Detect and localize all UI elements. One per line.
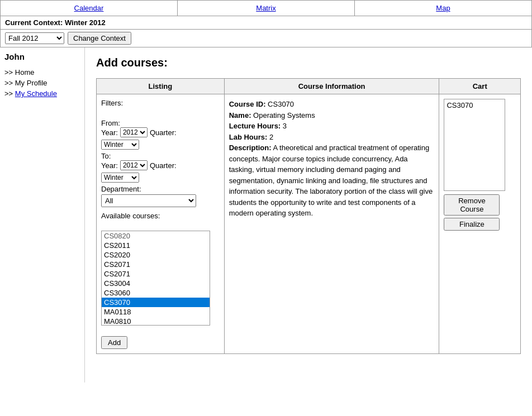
list-item[interactable]: CS2020 xyxy=(102,250,210,260)
courses-table: Listing Course Information Cart Filters:… xyxy=(96,78,521,354)
list-item[interactable]: CS3004 xyxy=(102,279,210,288)
to-year-label: Year: xyxy=(101,161,118,170)
cart-buttons: Remove Course Finalize xyxy=(444,194,516,231)
filters-label: Filters: xyxy=(101,99,220,107)
to-quarter-select[interactable]: WinterFallSpringSummer xyxy=(101,173,139,183)
change-context-button[interactable]: Change Context xyxy=(68,32,131,45)
remove-course-button[interactable]: Remove Course xyxy=(444,194,500,216)
context-controls: Fall 2012 Winter 2012 Spring 2012 Summer… xyxy=(0,29,532,47)
main-layout: John >> Home >> My Profile >> My Schedul… xyxy=(0,47,532,382)
nav-calendar[interactable]: Calendar xyxy=(1,1,178,16)
available-label: Available courses: xyxy=(101,212,220,220)
list-item[interactable]: MA0810 xyxy=(102,317,210,326)
course-id-label: Course ID: xyxy=(229,100,266,108)
filters-section: Filters: From: Year: 201220112013 Quarte… xyxy=(101,99,220,207)
to-year-select[interactable]: 201220112013 xyxy=(120,160,148,170)
from-quarter-select[interactable]: WinterFallSpringSummer xyxy=(101,140,139,150)
from-row: Year: 201220112013 Quarter: xyxy=(101,127,220,137)
content-area: Add courses: Listing Course Information … xyxy=(85,47,532,382)
list-item[interactable]: MA0118 xyxy=(102,307,210,317)
list-item[interactable]: CS2011 xyxy=(102,241,210,250)
desc-label: Description: xyxy=(229,144,272,152)
col-course-info: Course Information xyxy=(224,79,439,94)
dept-select[interactable]: AllCSMAEE xyxy=(101,194,196,207)
home-link-row: >> Home xyxy=(4,68,80,76)
cart-item[interactable]: CS3070 xyxy=(445,101,504,110)
course-info: Course ID: CS3070 Name: Operating System… xyxy=(229,99,435,219)
course-id-val: CS3070 xyxy=(268,100,294,108)
lab-hours-val: 2 xyxy=(269,133,273,141)
top-navigation: Calendar Matrix Map xyxy=(0,0,532,16)
to-row: Year: 201220112013 Quarter: xyxy=(101,160,220,170)
to-quarter-label: Quarter: xyxy=(150,161,177,170)
col-listing: Listing xyxy=(97,79,225,94)
context-bar: Current Context: Winter 2012 xyxy=(0,16,532,29)
cart-cell: CS3070 Remove Course Finalize xyxy=(439,94,521,354)
course-info-cell: Course ID: CS3070 Name: Operating System… xyxy=(224,94,439,354)
list-item[interactable]: CS0820 xyxy=(102,231,210,241)
to-quarter-row: WinterFallSpringSummer xyxy=(101,173,220,183)
my-profile-link-row: >> My Profile xyxy=(4,79,80,87)
current-context-label: Current Context: Winter 2012 xyxy=(5,18,106,27)
from-quarter-label: Quarter: xyxy=(150,128,177,137)
finalize-button[interactable]: Finalize xyxy=(444,218,500,231)
from-year-label: Year: xyxy=(101,128,118,137)
listing-cell: Filters: From: Year: 201220112013 Quarte… xyxy=(97,94,225,354)
list-item[interactable]: CS2071 xyxy=(102,269,210,279)
list-item-selected[interactable]: CS3070 xyxy=(102,298,210,307)
my-schedule-link-row: >> My Schedule xyxy=(4,89,80,98)
context-dropdown[interactable]: Fall 2012 Winter 2012 Spring 2012 Summer… xyxy=(5,32,64,44)
from-label: From: xyxy=(101,119,220,127)
nav-matrix[interactable]: Matrix xyxy=(178,1,355,16)
from-quarter-row: WinterFallSpringSummer xyxy=(101,140,220,150)
sidebar: John >> Home >> My Profile >> My Schedul… xyxy=(0,47,85,382)
lecture-hours-val: 3 xyxy=(283,122,287,130)
to-label: To: xyxy=(101,152,220,160)
user-name: John xyxy=(4,52,80,61)
list-item[interactable]: CS2071 xyxy=(102,260,210,269)
dept-label: Department: xyxy=(101,185,220,193)
from-year-select[interactable]: 201220112013 xyxy=(120,127,148,137)
course-listbox[interactable]: CS0820 CS2011 CS2020 CS2071 CS2071 CS300… xyxy=(101,231,210,326)
page-title: Add courses: xyxy=(96,56,521,69)
dept-row: Department: AllCSMAEE xyxy=(101,185,220,207)
list-item[interactable]: CS3060 xyxy=(102,288,210,298)
cart-listbox[interactable]: CS3070 xyxy=(444,99,505,191)
my-schedule-link[interactable]: My Schedule xyxy=(15,89,57,98)
course-name-val: Operating Systems xyxy=(253,111,315,119)
add-button[interactable]: Add xyxy=(101,336,127,349)
nav-map[interactable]: Map xyxy=(355,1,531,16)
desc-val: A theoretical and practical treatment of… xyxy=(229,144,433,217)
course-name-label: Name: xyxy=(229,111,251,119)
lecture-hours-label: Lecture Hours: xyxy=(229,122,281,130)
col-cart: Cart xyxy=(439,79,521,94)
lab-hours-label: Lab Hours: xyxy=(229,133,268,141)
